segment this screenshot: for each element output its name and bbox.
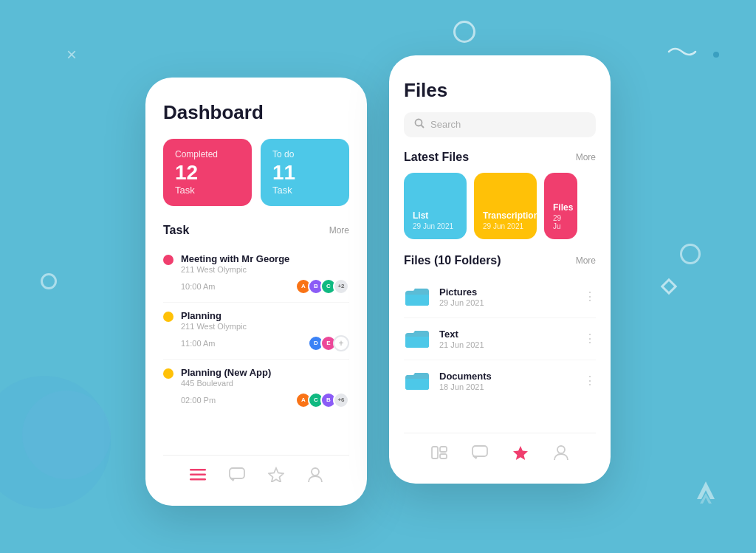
deco-circle-right	[680, 244, 701, 264]
file-card-list[interactable]: List 29 Jun 2021	[404, 173, 467, 239]
dashboard-phone: Dashboard Completed 12 Task To do 11 Tas…	[145, 78, 367, 506]
file-card-date-0: 29 Jun 2021	[413, 222, 458, 230]
file-card-transcription[interactable]: Transcription 29 Jun 2021	[474, 173, 537, 239]
folder-date-0: 29 Jun 2021	[439, 298, 575, 307]
avatar-more-1: +2	[333, 278, 349, 295]
avatar-more-3: +6	[333, 392, 349, 408]
task-location-3: 445 Boulevard	[181, 379, 349, 388]
task-dot-3	[163, 368, 173, 379]
list-item[interactable]: Pictures 29 Jun 2021 ⋮	[404, 276, 596, 318]
latest-files-title: Latest Files	[404, 151, 469, 164]
folders-header: Files (10 Folders) More	[404, 254, 596, 267]
completed-sublabel: Task	[175, 185, 240, 196]
task-more-link[interactable]: More	[329, 225, 349, 236]
task-avatars-1: A B C +2	[295, 278, 349, 295]
file-card-date-2: 29 Ju	[553, 214, 568, 230]
completed-card: Completed 12 Task	[163, 139, 252, 206]
task-dot-2	[163, 312, 173, 322]
table-row[interactable]: Planning (New App) 445 Boulevard 02:00 P…	[163, 360, 349, 416]
folder-name-1: Text	[439, 329, 575, 340]
task-name-2: Planning	[181, 310, 349, 321]
task-list: Meeting with Mr George 211 West Olympic …	[163, 246, 349, 455]
todo-label: To do	[272, 149, 337, 159]
folders-list: Pictures 29 Jun 2021 ⋮ Text	[404, 276, 596, 433]
svg-rect-3	[190, 473, 206, 475]
latest-files-header: Latest Files More	[404, 151, 596, 164]
folder-menu-2[interactable]: ⋮	[584, 374, 596, 388]
nav-star-icon[interactable]	[267, 466, 285, 484]
task-name-1: Meeting with Mr George	[181, 253, 349, 264]
stats-row: Completed 12 Task To do 11 Task	[163, 139, 349, 206]
file-card-name-1: Transcription	[483, 210, 528, 221]
todo-card: To do 11 Task	[261, 139, 349, 206]
files-title: Files	[404, 79, 596, 102]
svg-marker-6	[269, 468, 284, 482]
svg-marker-14	[513, 446, 528, 460]
search-bar[interactable]: Search	[404, 112, 596, 137]
deco-x: ×	[66, 44, 77, 65]
latest-files-more[interactable]: More	[576, 152, 596, 162]
file-card-name-2: Files	[553, 202, 568, 213]
task-dot-1	[163, 255, 173, 265]
file-card-name-0: List	[413, 210, 458, 221]
folder-icon-documents	[404, 368, 430, 394]
nav-chat-icon[interactable]	[228, 466, 246, 484]
svg-rect-13	[472, 446, 487, 456]
folder-date-1: 21 Jun 2021	[439, 340, 575, 349]
completed-label: Completed	[175, 149, 240, 159]
deco-blue-dot-right	[713, 52, 719, 58]
file-card-date-1: 29 Jun 2021	[483, 222, 528, 230]
svg-rect-11	[440, 447, 447, 452]
task-location-2: 211 West Olympic	[181, 322, 349, 331]
deco-circle-left	[41, 273, 57, 289]
dashboard-title: Dashboard	[163, 101, 349, 124]
files-bottom-nav	[404, 433, 596, 472]
svg-point-8	[416, 119, 422, 126]
svg-line-9	[422, 125, 425, 128]
task-time-1: 10:00 Am	[181, 282, 215, 291]
dashboard-bottom-nav	[163, 455, 349, 494]
search-input[interactable]: Search	[430, 119, 461, 130]
nav-menu-icon[interactable]	[189, 466, 207, 484]
folder-icon-text	[404, 326, 430, 352]
svg-point-7	[312, 468, 319, 475]
svg-point-15	[557, 446, 565, 453]
todo-sublabel: Task	[272, 185, 337, 196]
task-avatars-3: A C B +6	[295, 392, 349, 408]
files-phone: Files Search Latest Files More L	[389, 55, 611, 484]
nav-user-icon[interactable]	[306, 466, 324, 484]
table-row[interactable]: Meeting with Mr George 211 West Olympic …	[163, 246, 349, 303]
avatar-plus-2: +	[333, 335, 349, 351]
folder-date-2: 18 Jun 2021	[439, 382, 575, 391]
task-time-3: 02:00 Pm	[181, 396, 216, 405]
folders-more[interactable]: More	[576, 255, 596, 266]
nav-chat-icon-2[interactable]	[471, 444, 489, 461]
folder-menu-1[interactable]: ⋮	[584, 332, 596, 346]
file-card-files[interactable]: Files 29 Ju	[544, 173, 577, 239]
svg-rect-12	[440, 454, 447, 458]
nav-user-icon-2[interactable]	[552, 444, 570, 461]
task-avatars-2: D E +	[308, 335, 349, 351]
list-item[interactable]: Documents 18 Jun 2021 ⋮	[404, 360, 596, 402]
list-item[interactable]: Text 21 Jun 2021 ⋮	[404, 318, 596, 360]
deco-squiggle	[667, 44, 697, 63]
nav-star-active-icon[interactable]	[512, 444, 529, 461]
folder-icon-pictures	[404, 284, 430, 310]
completed-number: 12	[175, 162, 240, 183]
task-name-3: Planning (New App)	[181, 367, 349, 378]
folder-menu-0[interactable]: ⋮	[584, 289, 596, 303]
brand-logo	[693, 477, 719, 509]
folder-name-2: Documents	[439, 371, 575, 382]
svg-rect-2	[190, 469, 206, 471]
latest-files-row: List 29 Jun 2021 Transcription 29 Jun 20…	[404, 173, 596, 239]
table-row[interactable]: Planning 211 West Olympic 11:00 Am D E +	[163, 303, 349, 360]
svg-rect-10	[432, 447, 438, 458]
task-section-title: Task	[163, 224, 189, 237]
deco-circle-top	[453, 21, 475, 43]
task-section-header: Task More	[163, 224, 349, 237]
search-icon	[414, 118, 425, 131]
nav-layout-icon[interactable]	[430, 444, 448, 461]
todo-number: 11	[272, 162, 337, 183]
svg-rect-4	[190, 478, 206, 481]
folders-title: Files (10 Folders)	[404, 254, 501, 267]
